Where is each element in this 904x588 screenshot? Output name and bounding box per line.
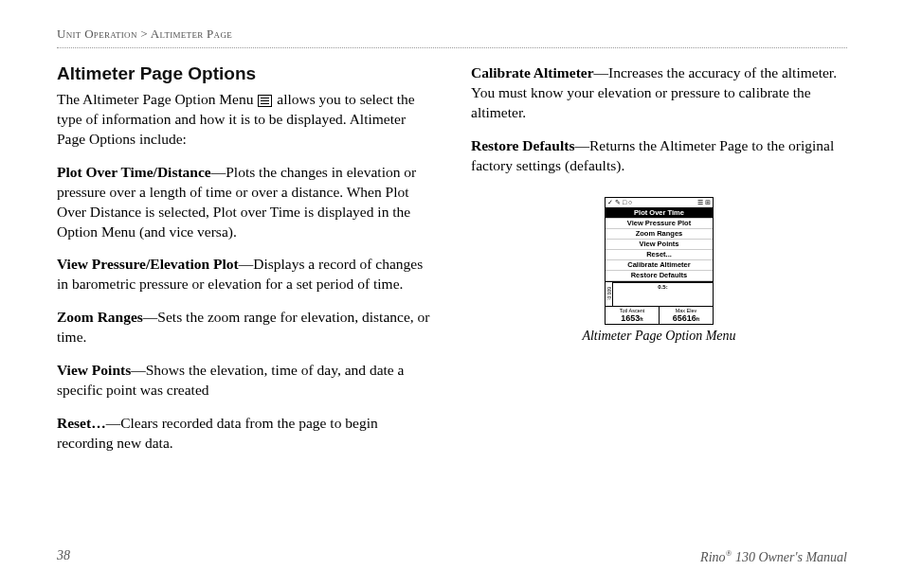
device-footer: Totl Ascent 1653ft Max Elev 65616ft [606, 306, 713, 324]
content-columns: Altimeter Page Options The Altimeter Pag… [57, 63, 847, 467]
screenshot-block: ✓ ✎ □ ○ ☰ ⊞ Plot Over Time View Pressure… [471, 197, 847, 344]
option-reset: Reset…—Clears recorded data from the pag… [57, 414, 433, 454]
right-column: Calibrate Altimeter—Increases the accura… [471, 63, 847, 467]
device-menu-list: Plot Over Time View Pressure Plot Zoom R… [606, 208, 713, 281]
menu-icon [258, 95, 272, 107]
breadcrumb-section: Unit Operation [57, 27, 137, 41]
device-screenshot: ✓ ✎ □ ○ ☰ ⊞ Plot Over Time View Pressure… [605, 197, 714, 325]
topbar-right-icons: ☰ ⊞ [697, 199, 711, 206]
page-number: 38 [57, 548, 70, 565]
plot-y-axis: 600.0: [606, 282, 613, 306]
breadcrumb: Unit Operation > Altimeter Page [57, 27, 847, 48]
menu-item-view-pressure: View Pressure Plot [606, 219, 713, 229]
option-view-points: View Points—Shows the elevation, time of… [57, 361, 433, 401]
section-heading: Altimeter Page Options [57, 63, 433, 84]
menu-item-view-points: View Points [606, 240, 713, 250]
menu-item-reset: Reset... [606, 250, 713, 260]
device-topbar: ✓ ✎ □ ○ ☰ ⊞ [606, 198, 713, 208]
left-column: Altimeter Page Options The Altimeter Pag… [57, 63, 433, 467]
option-plot-over-time: Plot Over Time/Distance—Plots the change… [57, 163, 433, 242]
topbar-left-icons: ✓ ✎ □ ○ [607, 199, 632, 206]
option-view-pressure: View Pressure/Elevation Plot—Displays a … [57, 255, 433, 294]
plot-canvas: 0.5: [613, 282, 713, 306]
manual-title: Rino® 130 Owner's Manual [700, 548, 847, 565]
option-restore-defaults: Restore Defaults—Returns the Altimeter P… [471, 136, 847, 176]
screenshot-caption: Altimeter Page Option Menu [471, 329, 847, 344]
menu-item-calibrate: Calibrate Altimeter [606, 260, 713, 271]
breadcrumb-page: Altimeter Page [151, 27, 232, 41]
plot-x-range: 0.5: [613, 282, 713, 291]
menu-item-plot-over-time: Plot Over Time [606, 208, 713, 219]
menu-item-zoom-ranges: Zoom Ranges [606, 229, 713, 240]
option-zoom-ranges: Zoom Ranges—Sets the zoom range for elev… [57, 308, 433, 347]
device-plot-area: 600.0: 0.5: [606, 281, 713, 306]
menu-item-restore-defaults: Restore Defaults [606, 271, 713, 281]
footer-max-elev: Max Elev 65616ft [660, 307, 713, 324]
footer-total-ascent: Totl Ascent 1653ft [606, 307, 660, 324]
page-footer: 38 Rino® 130 Owner's Manual [57, 548, 847, 565]
option-calibrate: Calibrate Altimeter—Increases the accura… [471, 63, 847, 123]
intro-paragraph: The Altimeter Page Option Menu allows yo… [57, 90, 433, 150]
